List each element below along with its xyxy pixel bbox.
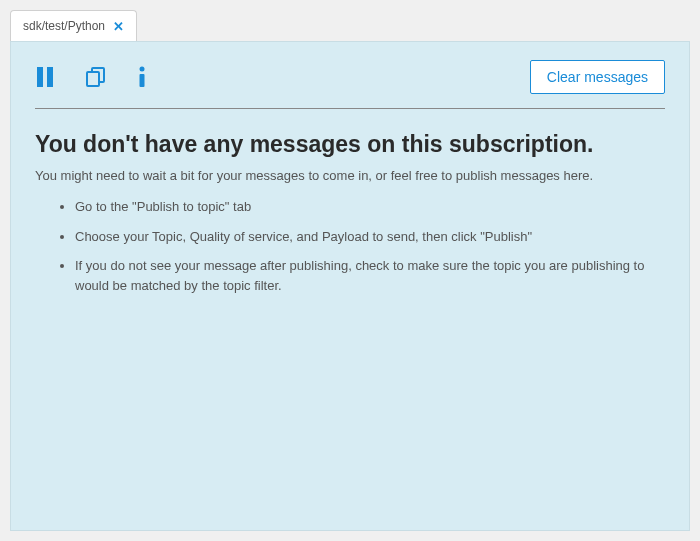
svg-rect-2 bbox=[87, 72, 99, 86]
empty-state-subtext: You might need to wait a bit for your me… bbox=[35, 168, 665, 183]
svg-rect-4 bbox=[140, 74, 145, 87]
empty-state-headline: You don't have any messages on this subs… bbox=[35, 131, 665, 158]
close-icon[interactable]: ✕ bbox=[113, 20, 124, 33]
tab-subscription[interactable]: sdk/test/Python ✕ bbox=[10, 10, 137, 41]
toolbar: Clear messages bbox=[35, 60, 665, 109]
empty-state: You don't have any messages on this subs… bbox=[35, 109, 665, 295]
instructions-list: Go to the "Publish to topic" tab Choose … bbox=[35, 197, 665, 295]
tab-label: sdk/test/Python bbox=[23, 19, 105, 33]
svg-point-3 bbox=[140, 67, 145, 72]
toolbar-left bbox=[35, 66, 147, 88]
pause-icon[interactable] bbox=[35, 66, 55, 88]
tab-bar: sdk/test/Python ✕ bbox=[0, 0, 700, 41]
list-item: Choose your Topic, Quality of service, a… bbox=[75, 227, 665, 247]
svg-rect-1 bbox=[47, 67, 53, 87]
svg-rect-0 bbox=[37, 67, 43, 87]
list-item: Go to the "Publish to topic" tab bbox=[75, 197, 665, 217]
content-panel: Clear messages You don't have any messag… bbox=[10, 41, 690, 531]
info-icon[interactable] bbox=[137, 66, 147, 88]
clear-messages-button[interactable]: Clear messages bbox=[530, 60, 665, 94]
list-item: If you do not see your message after pub… bbox=[75, 256, 665, 295]
copy-icon[interactable] bbox=[85, 66, 107, 88]
